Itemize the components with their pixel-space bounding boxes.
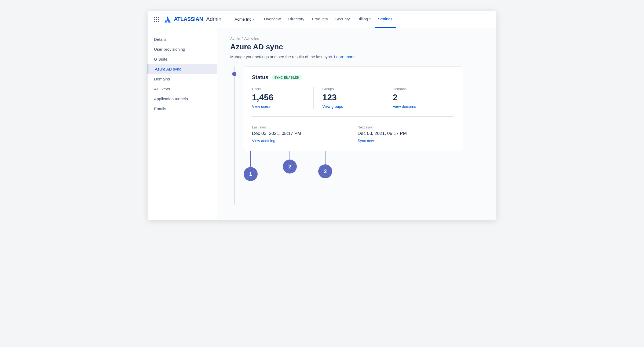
last-sync-value: Dec 03, 2021, 05:17 PM bbox=[252, 131, 340, 136]
status-header: Status SYNC ENABLED bbox=[252, 74, 454, 80]
sidebar-item-azure-ad-sync[interactable]: Azure AD sync bbox=[148, 64, 217, 74]
svg-rect-8 bbox=[158, 21, 159, 22]
sidebar-item-details[interactable]: Details bbox=[148, 34, 217, 44]
status-timeline-dot bbox=[232, 72, 236, 76]
sync-enabled-badge: SYNC ENABLED bbox=[272, 75, 302, 80]
nav-link-security[interactable]: Security bbox=[332, 11, 353, 28]
view-users-link[interactable]: View users bbox=[252, 104, 270, 109]
nav-link-settings[interactable]: Settings bbox=[375, 11, 396, 28]
sidebar-item-user-provisioning[interactable]: User provisioning bbox=[148, 44, 217, 54]
org-name: Acme Inc bbox=[235, 17, 251, 21]
breadcrumb: Admin / Acme Inc bbox=[230, 36, 484, 40]
nav-link-directory[interactable]: Directory bbox=[285, 11, 308, 28]
billing-chevron-icon: ▾ bbox=[369, 17, 371, 20]
nav-link-billing[interactable]: Billing ▾ bbox=[354, 11, 374, 28]
logo-area: ATLASSIANAdmin bbox=[163, 15, 221, 24]
svg-rect-3 bbox=[154, 19, 155, 20]
atlassian-text: ATLASSIAN bbox=[174, 16, 203, 22]
stat-groups-value: 123 bbox=[322, 93, 375, 102]
stat-domains-value: 2 bbox=[393, 93, 446, 102]
stat-domains: Domains 2 View domains bbox=[384, 87, 454, 109]
nav-links: Overview Directory Products Security Bil… bbox=[261, 11, 396, 28]
page-description: Manage your settings and see the results… bbox=[230, 54, 484, 59]
timeline-dot-3: 3 bbox=[318, 164, 332, 178]
svg-rect-5 bbox=[158, 19, 159, 20]
sync-now-link[interactable]: Sync now bbox=[358, 139, 374, 143]
grid-icon[interactable] bbox=[154, 17, 159, 22]
org-selector[interactable]: Acme Inc ▾ bbox=[232, 16, 257, 23]
nav-link-overview[interactable]: Overview bbox=[261, 11, 284, 28]
svg-rect-1 bbox=[156, 17, 157, 18]
breadcrumb-admin: Admin bbox=[230, 36, 240, 40]
stat-groups-label: Groups bbox=[322, 87, 375, 91]
status-card: Status SYNC ENABLED Users 1,456 View use… bbox=[243, 67, 463, 151]
sync-times-row: Last sync Dec 03, 2021, 05:17 PM View au… bbox=[252, 125, 454, 143]
stat-domains-label: Domains bbox=[393, 87, 446, 91]
timeline-dot-2: 2 bbox=[283, 160, 297, 173]
sidebar-item-domains[interactable]: Domains bbox=[148, 74, 217, 84]
svg-rect-2 bbox=[158, 17, 159, 18]
stat-users-value: 1,456 bbox=[252, 93, 305, 102]
admin-text: Admin bbox=[206, 16, 221, 22]
sidebar-item-api-keys[interactable]: API keys bbox=[148, 84, 217, 94]
nav-link-products[interactable]: Products bbox=[309, 11, 331, 28]
breadcrumb-separator: / bbox=[242, 36, 243, 40]
svg-rect-0 bbox=[154, 17, 155, 18]
sidebar: Details User provisioning G Suite Azure … bbox=[148, 28, 217, 220]
next-sync-label: Next sync bbox=[358, 125, 446, 129]
stats-row: Users 1,456 View users Groups 123 View g… bbox=[252, 87, 454, 117]
sidebar-item-gsuite[interactable]: G Suite bbox=[148, 54, 217, 64]
last-sync-item: Last sync Dec 03, 2021, 05:17 PM View au… bbox=[252, 125, 349, 143]
next-sync-value: Dec 03, 2021, 05:17 PM bbox=[358, 131, 446, 136]
nav-divider bbox=[228, 15, 228, 24]
left-vertical-line bbox=[234, 67, 235, 205]
view-audit-log-link[interactable]: View audit log bbox=[252, 139, 275, 143]
sidebar-item-application-tunnels[interactable]: Application tunnels bbox=[148, 94, 217, 104]
svg-rect-4 bbox=[156, 19, 157, 20]
svg-rect-6 bbox=[154, 21, 155, 22]
learn-more-link[interactable]: Learn more bbox=[334, 54, 355, 59]
status-label: Status bbox=[252, 74, 268, 80]
view-domains-link[interactable]: View domains bbox=[393, 104, 416, 109]
last-sync-label: Last sync bbox=[252, 125, 340, 129]
chevron-down-icon: ▾ bbox=[253, 18, 254, 21]
stat-users-label: Users bbox=[252, 87, 305, 91]
next-sync-item: Next sync Dec 03, 2021, 05:17 PM Sync no… bbox=[349, 125, 455, 143]
svg-rect-7 bbox=[156, 21, 157, 22]
timeline-dot-1: 1 bbox=[244, 167, 258, 181]
main-layout: Details User provisioning G Suite Azure … bbox=[148, 28, 496, 220]
breadcrumb-org: Acme Inc bbox=[244, 36, 259, 40]
atlassian-logo-icon bbox=[163, 15, 172, 24]
stat-users: Users 1,456 View users bbox=[252, 87, 313, 109]
view-groups-link[interactable]: View groups bbox=[322, 104, 343, 109]
top-nav: ATLASSIANAdmin Acme Inc ▾ Overview Direc… bbox=[148, 11, 496, 28]
main-content: Admin / Acme Inc Azure AD sync Manage yo… bbox=[217, 28, 496, 220]
stat-groups: Groups 123 View groups bbox=[313, 87, 384, 109]
page-title: Azure AD sync bbox=[230, 43, 484, 51]
sidebar-item-emails[interactable]: Emails bbox=[148, 104, 217, 114]
card-wrapper: Status SYNC ENABLED Users 1,456 View use… bbox=[230, 67, 484, 183]
